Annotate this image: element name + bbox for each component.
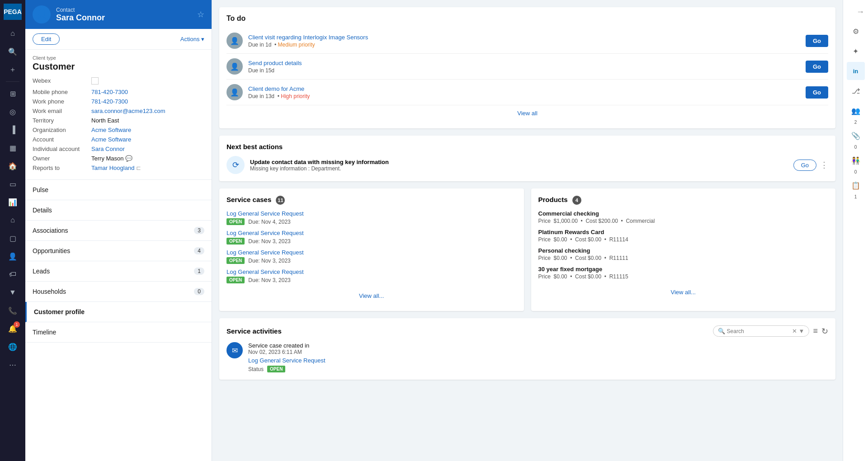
collapse-icon[interactable]: →: [853, 4, 868, 20]
person-icon[interactable]: 👤: [5, 248, 21, 264]
product-name-4: 30 year fixed mortgage: [538, 266, 829, 273]
linkedin-icon[interactable]: in: [847, 62, 865, 80]
search-icon[interactable]: 🔍: [5, 43, 21, 60]
products-view-all[interactable]: View all...: [538, 284, 829, 300]
clipboard-count: 1: [854, 194, 857, 199]
bookmark-icon[interactable]: 🏠: [5, 158, 21, 174]
field-label-work-phone: Work phone: [33, 98, 91, 105]
case-item-1: Log General Service Request OPEN Due: No…: [226, 210, 517, 225]
activity-link-1[interactable]: Log General Service Request: [248, 357, 828, 364]
sidebar-item-opportunities[interactable]: Opportunities 4: [25, 241, 212, 261]
bell-badge: 1: [14, 321, 20, 328]
products-count: 4: [572, 196, 581, 205]
paperclip-icon[interactable]: 📎: [847, 127, 865, 145]
right-panel: → ⚙ ✦ in ⎇ 👥 2 📎 0 👫 0 📋 1: [843, 0, 868, 461]
field-row-account: Account Acme Software: [33, 136, 204, 143]
field-value-account[interactable]: Acme Software: [91, 136, 131, 143]
filter-icon[interactable]: ▼: [5, 284, 21, 301]
todo-priority-1: Medium priority: [278, 42, 315, 48]
todo-link-1[interactable]: Client visit regarding Interlogix Image …: [248, 34, 800, 41]
cases-view-all[interactable]: View all...: [226, 288, 517, 304]
field-row-organization: Organization Acme Software: [33, 127, 204, 133]
share-icon[interactable]: ⎇: [847, 82, 865, 100]
filter-icon[interactable]: ≡: [813, 326, 818, 336]
folder-icon[interactable]: ▢: [5, 230, 21, 246]
field-value-mobile[interactable]: 781-420-7300: [91, 89, 128, 95]
case-link-2[interactable]: Log General Service Request: [226, 230, 517, 236]
sidebar-item-timeline[interactable]: Timeline: [25, 322, 212, 343]
activity-status-value: OPEN: [267, 366, 285, 372]
nba-go-button[interactable]: Go: [793, 160, 816, 171]
search2-icon[interactable]: ◎: [5, 103, 21, 120]
todo-title: To do: [226, 14, 828, 23]
sidebar-item-details[interactable]: Details: [25, 200, 212, 221]
field-label-webex: Webex: [33, 77, 91, 84]
grid-icon[interactable]: ▦: [5, 140, 21, 156]
settings-icon[interactable]: ⚙: [847, 22, 865, 40]
case-link-4[interactable]: Log General Service Request: [226, 268, 517, 275]
bell-icon[interactable]: 🔔 1: [5, 320, 21, 337]
sidebar-item-households[interactable]: Households 0: [25, 282, 212, 302]
contact-name: Sara Connor: [56, 13, 192, 23]
todo-item-3: 👤 Client demo for Acme Due in 13d • High…: [226, 80, 828, 105]
house-icon[interactable]: ⌂: [5, 212, 21, 228]
chart-icon[interactable]: ▐: [5, 122, 21, 138]
todo-go-btn-1[interactable]: Go: [806, 35, 828, 47]
todo-link-3[interactable]: Client demo for Acme: [248, 85, 800, 92]
service-activities-card: Service activities 🔍 ✕ ▼ ≡ ↻ ✉ Serv: [219, 318, 835, 380]
two-col-row: Service cases 11 Log General Service Req…: [219, 188, 835, 311]
clipboard-icon[interactable]: 📋: [847, 176, 865, 194]
service-cases-card: Service cases 11 Log General Service Req…: [219, 188, 524, 311]
activity-title-1: Service case created in: [248, 342, 828, 349]
home-icon[interactable]: ⌂: [5, 25, 21, 42]
case-link-3[interactable]: Log General Service Request: [226, 249, 517, 256]
star-icon[interactable]: ☆: [197, 9, 204, 19]
sidebar-label-associations: Associations: [33, 227, 68, 234]
tag-icon[interactable]: 🏷: [5, 266, 21, 282]
bar-chart-icon[interactable]: 📊: [5, 194, 21, 210]
case-status-4: OPEN: [226, 277, 245, 283]
nba-action-sub: Missing key information : Department.: [250, 165, 788, 172]
globe-icon[interactable]: 🌐: [5, 339, 21, 355]
todo-go-btn-3[interactable]: Go: [806, 86, 828, 99]
activities-search-input[interactable]: [727, 328, 790, 334]
more-dots-icon[interactable]: ⋯: [5, 357, 21, 373]
clear-icon[interactable]: ✕: [792, 328, 797, 334]
field-value-work-phone[interactable]: 781-420-7300: [91, 98, 128, 105]
sidebar-item-customer-profile[interactable]: Customer profile: [25, 302, 212, 322]
sparkle-icon[interactable]: ✦: [847, 42, 865, 60]
todo-view-all[interactable]: View all: [226, 105, 828, 121]
phone-icon[interactable]: 📞: [5, 302, 21, 319]
chevron-down-icon[interactable]: ▼: [799, 328, 805, 334]
activities-search-bar[interactable]: 🔍 ✕ ▼: [713, 325, 810, 337]
people-icon[interactable]: 👥: [847, 102, 865, 120]
field-value-work-email[interactable]: sara.connor@acme123.com: [91, 108, 165, 114]
edit-button[interactable]: Edit: [33, 33, 60, 45]
contact-avatar: 👤: [33, 5, 51, 24]
nba-more-icon[interactable]: ⋮: [820, 160, 828, 170]
field-value-organization[interactable]: Acme Software: [91, 127, 131, 133]
client-type-label: Client type: [33, 55, 204, 61]
dashboard-icon[interactable]: ⊞: [5, 85, 21, 102]
case-item-3: Log General Service Request OPEN Due: No…: [226, 249, 517, 264]
sidebar-item-pulse[interactable]: Pulse: [25, 180, 212, 200]
sidebar-label-timeline: Timeline: [33, 329, 56, 336]
todo-go-btn-2[interactable]: Go: [806, 61, 828, 73]
field-label-mobile: Mobile phone: [33, 89, 91, 95]
desktop-icon[interactable]: ▭: [5, 176, 21, 192]
sidebar-item-leads[interactable]: Leads 1: [25, 261, 212, 282]
case-link-1[interactable]: Log General Service Request: [226, 210, 517, 217]
field-row-work-email: Work email sara.connor@acme123.com: [33, 108, 204, 114]
plus-icon[interactable]: ＋: [5, 61, 21, 78]
refresh-icon[interactable]: ↻: [821, 326, 828, 336]
actions-button[interactable]: Actions ▾: [180, 36, 204, 42]
team-icon[interactable]: 👫: [847, 151, 865, 169]
sidebar-item-associations[interactable]: Associations 3: [25, 221, 212, 241]
field-row-webex: Webex: [33, 77, 204, 86]
nba-card: Next best actions ⟳ Update contact data …: [219, 136, 835, 181]
client-type-value: Customer: [33, 61, 204, 72]
todo-link-2[interactable]: Send product details: [248, 60, 800, 66]
sidebar-label-households: Households: [33, 288, 66, 295]
field-value-reports-to[interactable]: Tamar Hoogland ⊏: [91, 165, 141, 171]
field-value-individual-account[interactable]: Sara Connor: [91, 146, 125, 152]
